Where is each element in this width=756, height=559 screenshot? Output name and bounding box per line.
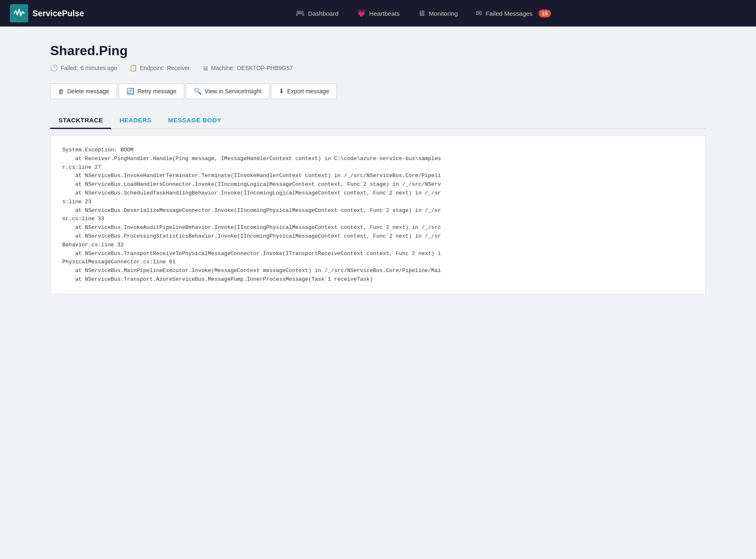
view-serviceinsight-button[interactable]: 🔍 View in ServiceInsight	[186, 83, 269, 99]
machine-label: Machine:	[211, 65, 234, 71]
endpoint-label: Endpoint:	[140, 65, 164, 71]
heartbeats-icon: 💗	[357, 9, 366, 18]
brand-name: ServicePulse	[32, 9, 84, 18]
nav-heartbeats-label: Heartbeats	[369, 10, 400, 17]
machine-icon: 🖥	[202, 65, 208, 72]
dashboard-icon: 🎮	[295, 9, 305, 18]
meta-machine: 🖥 Machine: DESKTOP-PHB9G57	[202, 65, 293, 72]
delete-label: Delete message	[67, 88, 109, 95]
retry-label: Retry message	[137, 88, 176, 95]
tab-stacktrace-label: STACKTRACE	[59, 117, 103, 124]
tab-message-body[interactable]: MESSAGE BODY	[160, 112, 230, 129]
navbar: ServicePulse 🎮 Dashboard 💗 Heartbeats 🖥 …	[0, 0, 756, 27]
nav-failed-messages[interactable]: ✉ Failed Messages 15	[467, 0, 560, 27]
search-icon: 🔍	[194, 87, 202, 95]
failed-messages-badge: 15	[539, 10, 551, 17]
monitoring-icon: 🖥	[418, 9, 425, 18]
tab-headers-label: HEADERS	[119, 117, 151, 124]
view-insight-label: View in ServiceInsight	[205, 88, 261, 95]
delete-message-button[interactable]: 🗑 Delete message	[50, 83, 117, 99]
retry-icon: 🔄	[127, 87, 134, 95]
endpoint-value: Receiver	[167, 65, 190, 71]
nav-failed-messages-label: Failed Messages	[485, 10, 532, 17]
failed-label: Failed:	[61, 65, 78, 71]
logo	[10, 4, 28, 22]
failed-messages-icon: ✉	[476, 9, 482, 18]
delete-icon: 🗑	[58, 88, 64, 95]
action-buttons: 🗑 Delete message 🔄 Retry message 🔍 View …	[50, 83, 706, 99]
page-title: Shared.Ping	[50, 43, 706, 58]
export-label: Export message	[287, 88, 329, 95]
meta-endpoint: 📋 Endpoint: Receiver	[129, 64, 190, 72]
nav-items: 🎮 Dashboard 💗 Heartbeats 🖥 Monitoring ✉ …	[101, 0, 746, 27]
machine-value: DESKTOP-PHB9G57	[237, 65, 293, 71]
main-content: Shared.Ping 🕐 Failed: 6 minutes ago 📋 En…	[25, 27, 731, 311]
tab-message-body-label: MESSAGE BODY	[168, 117, 222, 124]
clock-icon: 🕐	[50, 64, 58, 72]
retry-message-button[interactable]: 🔄 Retry message	[119, 83, 184, 99]
tabs: STACKTRACE HEADERS MESSAGE BODY	[50, 112, 706, 129]
stacktrace-text: System.Exception: BOOM at Receiver.PingH…	[62, 146, 694, 284]
stacktrace-container: System.Exception: BOOM at Receiver.PingH…	[50, 136, 706, 294]
nav-monitoring-label: Monitoring	[429, 10, 458, 17]
endpoint-icon: 📋	[129, 64, 137, 72]
meta-row: 🕐 Failed: 6 minutes ago 📋 Endpoint: Rece…	[50, 64, 706, 72]
nav-dashboard-label: Dashboard	[308, 10, 338, 17]
tab-headers[interactable]: HEADERS	[111, 112, 160, 129]
meta-failed: 🕐 Failed: 6 minutes ago	[50, 64, 117, 72]
nav-monitoring[interactable]: 🖥 Monitoring	[409, 0, 467, 27]
tab-stacktrace[interactable]: STACKTRACE	[50, 112, 111, 129]
failed-value: 6 minutes ago	[80, 65, 117, 71]
brand: ServicePulse	[10, 4, 84, 22]
export-message-button[interactable]: ⬇ Export message	[271, 83, 337, 99]
nav-heartbeats[interactable]: 💗 Heartbeats	[348, 0, 409, 27]
export-icon: ⬇	[279, 87, 284, 95]
nav-dashboard[interactable]: 🎮 Dashboard	[286, 0, 347, 27]
